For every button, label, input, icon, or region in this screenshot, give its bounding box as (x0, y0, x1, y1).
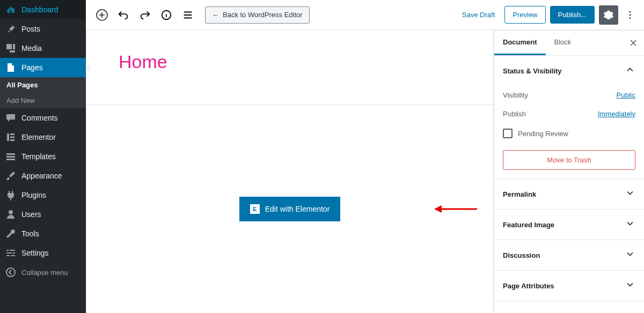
edit-with-elementor-button[interactable]: E Edit with Elementor (239, 197, 341, 221)
sidebar-item-label: Tools (21, 229, 39, 238)
panel-title: Featured Image (503, 221, 554, 229)
sidebar-item-plugins[interactable]: Plugins (0, 185, 86, 205)
svg-point-4 (629, 14, 631, 16)
elementor-logo-icon: E (250, 204, 260, 214)
editor-wrap: ← Back to WordPress Editor Save Draft Pr… (86, 0, 494, 313)
plug-icon (5, 190, 16, 200)
sidebar-item-label: Comments (21, 114, 58, 122)
chevron-up-icon (625, 64, 635, 77)
sidebar-item-label: Elementor (21, 133, 56, 141)
sidebar-sub-add-new[interactable]: Add New (0, 93, 86, 108)
sidebar-item-label: Dashboard (21, 5, 58, 14)
panel-permalink: Permalink (494, 179, 644, 210)
page-icon (5, 62, 16, 73)
panel-header-status[interactable]: Status & Visibility (494, 56, 644, 86)
media-icon (5, 43, 16, 54)
elementor-area: E Edit with Elementor (86, 105, 493, 313)
preview-button[interactable]: Preview (504, 6, 545, 24)
sidebar-item-templates[interactable]: Templates (0, 147, 86, 166)
title-area[interactable]: Home (86, 30, 493, 105)
row-visibility: Visibility Public (503, 86, 635, 105)
page-title[interactable]: Home (119, 51, 461, 72)
publish-button[interactable]: Publish... (550, 6, 595, 24)
panel-discussion: Discussion (494, 240, 644, 271)
elementor-icon (5, 132, 16, 143)
sidebar-item-dashboard[interactable]: Dashboard (0, 0, 86, 19)
sidebar-item-settings[interactable]: Settings (0, 243, 86, 263)
publish-value-link[interactable]: Immediately (598, 110, 635, 118)
pin-icon (5, 24, 16, 34)
sidebar-item-label: Media (21, 44, 42, 53)
dashboard-icon (5, 4, 16, 15)
visibility-label: Visibility (503, 91, 528, 99)
outline-button[interactable] (178, 5, 197, 25)
panel-header-featured-image[interactable]: Featured Image (494, 210, 644, 240)
chevron-down-icon (625, 249, 635, 262)
panel-body-status: Visibility Public Publish Immediately Pe… (494, 86, 644, 178)
sidebar-item-pages[interactable]: Pages (0, 58, 86, 77)
sidebar-item-label: Templates (21, 152, 56, 161)
add-block-button[interactable] (92, 5, 112, 25)
arrow-left-icon: ← (212, 11, 219, 19)
tab-block[interactable]: Block (546, 31, 580, 55)
sidebar-item-label: Appearance (21, 172, 62, 180)
panel-header-permalink[interactable]: Permalink (494, 179, 644, 209)
back-to-editor-button[interactable]: ← Back to WordPress Editor (205, 6, 310, 24)
sidebar-item-comments[interactable]: Comments (0, 108, 86, 128)
panel-status-visibility: Status & Visibility Visibility Public Pu… (494, 56, 644, 179)
user-icon (5, 209, 16, 220)
sidebar-item-label: Pages (21, 63, 43, 72)
panel-title: Discussion (503, 251, 540, 259)
save-draft-button[interactable]: Save Draft (457, 6, 500, 23)
settings-tabs: Document Block (494, 31, 644, 56)
annotation-arrow (434, 204, 477, 214)
top-toolbar-right: Save Draft Preview Publish... (457, 5, 638, 25)
top-toolbar-left: ← Back to WordPress Editor (92, 5, 310, 25)
settings-toggle-button[interactable] (599, 5, 618, 25)
info-button[interactable] (157, 5, 176, 25)
sidebar-item-tools[interactable]: Tools (0, 224, 86, 243)
comment-icon (5, 113, 16, 123)
more-options-button[interactable] (623, 5, 638, 25)
sidebar-item-posts[interactable]: Posts (0, 19, 86, 39)
collapse-icon (5, 267, 16, 278)
svg-point-0 (6, 268, 15, 277)
back-label: Back to WordPress Editor (223, 11, 303, 19)
sidebar-item-label: Users (21, 210, 41, 219)
undo-button[interactable] (114, 5, 133, 25)
collapse-label: Collapse menu (21, 269, 68, 277)
collapse-menu[interactable]: Collapse menu (0, 263, 86, 282)
sidebar-item-elementor[interactable]: Elementor (0, 128, 86, 147)
sliders-icon (5, 248, 16, 258)
admin-sidebar: Dashboard Posts Media Pages All Pages Ad… (0, 0, 86, 313)
panel-title: Page Attributes (503, 282, 554, 290)
move-to-trash-button[interactable]: Move to Trash (503, 150, 635, 170)
sidebar-item-label: Plugins (21, 191, 46, 199)
main: ← Back to WordPress Editor Save Draft Pr… (86, 0, 644, 313)
chevron-down-icon (625, 279, 635, 292)
chevron-down-icon (625, 188, 635, 200)
redo-button[interactable] (135, 5, 155, 25)
editor-content: Home E Edit with Elementor (86, 30, 493, 313)
tab-document[interactable]: Document (494, 31, 546, 55)
top-toolbar: ← Back to WordPress Editor Save Draft Pr… (86, 0, 644, 30)
svg-point-5 (629, 17, 631, 19)
templates-icon (5, 151, 16, 162)
publish-label: Publish (503, 110, 526, 118)
panel-featured-image: Featured Image (494, 210, 644, 240)
visibility-value-link[interactable]: Public (617, 91, 635, 99)
sidebar-item-appearance[interactable]: Appearance (0, 166, 86, 185)
checkbox-icon[interactable] (503, 129, 513, 138)
sidebar-item-media[interactable]: Media (0, 39, 86, 58)
sidebar-item-users[interactable]: Users (0, 205, 86, 224)
panel-title: Status & Visibility (503, 67, 562, 75)
panel-header-discussion[interactable]: Discussion (494, 240, 644, 270)
close-settings-button[interactable] (623, 32, 644, 54)
panel-header-page-attributes[interactable]: Page Attributes (494, 271, 644, 301)
panel-page-attributes: Page Attributes (494, 271, 644, 301)
svg-point-3 (629, 11, 631, 12)
row-pending-review[interactable]: Pending Review (503, 123, 635, 144)
sidebar-sub-all-pages[interactable]: All Pages (0, 77, 86, 93)
panel-title: Permalink (503, 190, 536, 198)
settings-sidebar: Document Block Status & Visibility Visib… (494, 30, 644, 313)
